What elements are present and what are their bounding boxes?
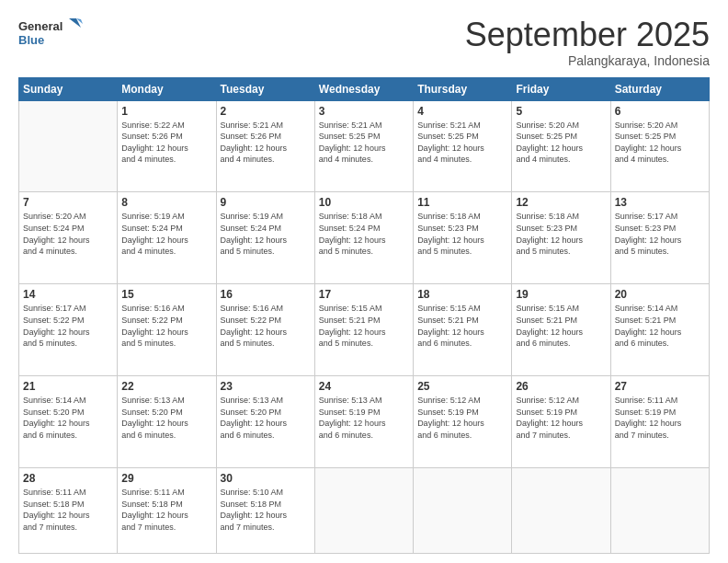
- col-sunday: Sunday: [19, 77, 118, 100]
- table-row: 1Sunrise: 5:22 AM Sunset: 5:26 PM Daylig…: [118, 100, 216, 192]
- svg-text:General: General: [18, 19, 63, 33]
- day-info: Sunrise: 5:21 AM Sunset: 5:25 PM Dayligh…: [319, 120, 409, 166]
- col-wednesday: Wednesday: [314, 77, 413, 100]
- day-info: Sunrise: 5:17 AM Sunset: 5:22 PM Dayligh…: [23, 303, 113, 349]
- day-number: 13: [615, 196, 705, 209]
- table-row: 19Sunrise: 5:15 AM Sunset: 5:21 PM Dayli…: [512, 284, 610, 376]
- table-row: 22Sunrise: 5:13 AM Sunset: 5:20 PM Dayli…: [118, 376, 216, 468]
- month-title: September 2025: [465, 17, 710, 53]
- day-number: 1: [121, 105, 211, 118]
- table-row: 11Sunrise: 5:18 AM Sunset: 5:23 PM Dayli…: [414, 192, 512, 284]
- table-row: 21Sunrise: 5:14 AM Sunset: 5:20 PM Dayli…: [19, 376, 118, 468]
- day-number: 15: [121, 288, 211, 301]
- table-row: 14Sunrise: 5:17 AM Sunset: 5:22 PM Dayli…: [19, 284, 118, 376]
- table-row: 23Sunrise: 5:13 AM Sunset: 5:20 PM Dayli…: [216, 376, 314, 468]
- table-row: 2Sunrise: 5:21 AM Sunset: 5:26 PM Daylig…: [216, 100, 314, 192]
- table-row: 7Sunrise: 5:20 AM Sunset: 5:24 PM Daylig…: [19, 192, 118, 284]
- table-row: 18Sunrise: 5:15 AM Sunset: 5:21 PM Dayli…: [414, 284, 512, 376]
- day-number: 20: [615, 288, 705, 301]
- day-info: Sunrise: 5:11 AM Sunset: 5:18 PM Dayligh…: [23, 487, 113, 533]
- day-info: Sunrise: 5:15 AM Sunset: 5:21 PM Dayligh…: [417, 303, 507, 349]
- table-row: 26Sunrise: 5:12 AM Sunset: 5:19 PM Dayli…: [512, 376, 610, 468]
- day-info: Sunrise: 5:14 AM Sunset: 5:20 PM Dayligh…: [23, 395, 113, 441]
- day-number: 30: [221, 472, 311, 485]
- table-row: [414, 468, 512, 554]
- table-row: 25Sunrise: 5:12 AM Sunset: 5:19 PM Dayli…: [414, 376, 512, 468]
- title-block: September 2025 Palangkaraya, Indonesia: [465, 17, 710, 68]
- day-info: Sunrise: 5:12 AM Sunset: 5:19 PM Dayligh…: [417, 395, 507, 441]
- day-number: 4: [417, 105, 507, 118]
- day-number: 12: [516, 196, 606, 209]
- day-info: Sunrise: 5:17 AM Sunset: 5:23 PM Dayligh…: [615, 211, 705, 257]
- day-info: Sunrise: 5:13 AM Sunset: 5:19 PM Dayligh…: [319, 395, 409, 441]
- table-row: 5Sunrise: 5:20 AM Sunset: 5:25 PM Daylig…: [512, 100, 610, 192]
- day-number: 18: [417, 288, 507, 301]
- day-info: Sunrise: 5:14 AM Sunset: 5:21 PM Dayligh…: [615, 303, 705, 349]
- day-number: 8: [121, 196, 211, 209]
- header: General Blue September 2025 Palangkaraya…: [18, 17, 710, 68]
- col-monday: Monday: [118, 77, 216, 100]
- calendar-week-row: 21Sunrise: 5:14 AM Sunset: 5:20 PM Dayli…: [19, 376, 710, 468]
- day-number: 29: [121, 472, 211, 485]
- table-row: 27Sunrise: 5:11 AM Sunset: 5:19 PM Dayli…: [610, 376, 709, 468]
- calendar-page: General Blue September 2025 Palangkaraya…: [0, 0, 728, 563]
- table-row: 13Sunrise: 5:17 AM Sunset: 5:23 PM Dayli…: [610, 192, 709, 284]
- table-row: 6Sunrise: 5:20 AM Sunset: 5:25 PM Daylig…: [610, 100, 709, 192]
- day-info: Sunrise: 5:15 AM Sunset: 5:21 PM Dayligh…: [516, 303, 606, 349]
- subtitle: Palangkaraya, Indonesia: [465, 53, 710, 68]
- col-saturday: Saturday: [610, 77, 709, 100]
- table-row: 29Sunrise: 5:11 AM Sunset: 5:18 PM Dayli…: [118, 468, 216, 554]
- table-row: 20Sunrise: 5:14 AM Sunset: 5:21 PM Dayli…: [610, 284, 709, 376]
- day-number: 9: [221, 196, 311, 209]
- day-number: 7: [23, 196, 113, 209]
- table-row: 28Sunrise: 5:11 AM Sunset: 5:18 PM Dayli…: [19, 468, 118, 554]
- day-number: 10: [319, 196, 409, 209]
- calendar-header-row: Sunday Monday Tuesday Wednesday Thursday…: [19, 77, 710, 100]
- logo-svg: General Blue: [18, 17, 83, 53]
- day-info: Sunrise: 5:11 AM Sunset: 5:18 PM Dayligh…: [121, 487, 211, 533]
- table-row: 17Sunrise: 5:15 AM Sunset: 5:21 PM Dayli…: [314, 284, 413, 376]
- svg-text:Blue: Blue: [18, 33, 44, 47]
- day-number: 26: [516, 380, 606, 393]
- day-info: Sunrise: 5:10 AM Sunset: 5:18 PM Dayligh…: [221, 487, 311, 533]
- day-info: Sunrise: 5:15 AM Sunset: 5:21 PM Dayligh…: [319, 303, 409, 349]
- table-row: 9Sunrise: 5:19 AM Sunset: 5:24 PM Daylig…: [216, 192, 314, 284]
- day-number: 14: [23, 288, 113, 301]
- logo: General Blue: [18, 17, 83, 53]
- day-number: 17: [319, 288, 409, 301]
- day-info: Sunrise: 5:16 AM Sunset: 5:22 PM Dayligh…: [221, 303, 311, 349]
- day-number: 11: [417, 196, 507, 209]
- day-number: 24: [319, 380, 409, 393]
- table-row: 10Sunrise: 5:18 AM Sunset: 5:24 PM Dayli…: [314, 192, 413, 284]
- table-row: 8Sunrise: 5:19 AM Sunset: 5:24 PM Daylig…: [118, 192, 216, 284]
- day-number: 2: [221, 105, 311, 118]
- day-info: Sunrise: 5:20 AM Sunset: 5:25 PM Dayligh…: [516, 120, 606, 166]
- table-row: 30Sunrise: 5:10 AM Sunset: 5:18 PM Dayli…: [216, 468, 314, 554]
- day-number: 5: [516, 105, 606, 118]
- day-number: 6: [615, 105, 705, 118]
- day-info: Sunrise: 5:13 AM Sunset: 5:20 PM Dayligh…: [221, 395, 311, 441]
- table-row: [19, 100, 118, 192]
- day-info: Sunrise: 5:11 AM Sunset: 5:19 PM Dayligh…: [615, 395, 705, 441]
- col-thursday: Thursday: [414, 77, 512, 100]
- table-row: [314, 468, 413, 554]
- calendar-week-row: 14Sunrise: 5:17 AM Sunset: 5:22 PM Dayli…: [19, 284, 710, 376]
- day-info: Sunrise: 5:20 AM Sunset: 5:24 PM Dayligh…: [23, 211, 113, 257]
- day-info: Sunrise: 5:16 AM Sunset: 5:22 PM Dayligh…: [121, 303, 211, 349]
- day-info: Sunrise: 5:20 AM Sunset: 5:25 PM Dayligh…: [615, 120, 705, 166]
- table-row: 12Sunrise: 5:18 AM Sunset: 5:23 PM Dayli…: [512, 192, 610, 284]
- day-info: Sunrise: 5:18 AM Sunset: 5:24 PM Dayligh…: [319, 211, 409, 257]
- day-number: 23: [221, 380, 311, 393]
- calendar-week-row: 7Sunrise: 5:20 AM Sunset: 5:24 PM Daylig…: [19, 192, 710, 284]
- day-info: Sunrise: 5:18 AM Sunset: 5:23 PM Dayligh…: [417, 211, 507, 257]
- day-number: 27: [615, 380, 705, 393]
- day-info: Sunrise: 5:19 AM Sunset: 5:24 PM Dayligh…: [121, 211, 211, 257]
- day-number: 16: [221, 288, 311, 301]
- day-info: Sunrise: 5:19 AM Sunset: 5:24 PM Dayligh…: [221, 211, 311, 257]
- day-info: Sunrise: 5:13 AM Sunset: 5:20 PM Dayligh…: [121, 395, 211, 441]
- col-friday: Friday: [512, 77, 610, 100]
- day-number: 22: [121, 380, 211, 393]
- table-row: [610, 468, 709, 554]
- day-number: 19: [516, 288, 606, 301]
- day-info: Sunrise: 5:21 AM Sunset: 5:26 PM Dayligh…: [221, 120, 311, 166]
